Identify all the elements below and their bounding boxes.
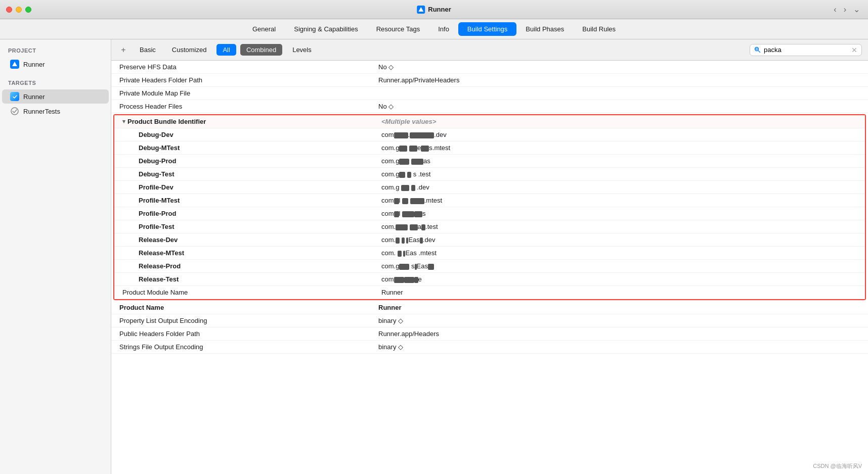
setting-value-profile-test: com. a.test	[377, 221, 865, 232]
table-row-profile-test[interactable]: Profile-Test com. a.test	[114, 220, 865, 233]
runner-target-label: Runner	[23, 93, 45, 101]
setting-name-property-list: Property List Output Encoding	[111, 315, 374, 326]
setting-value-profile-mtest: coml .mtest	[377, 195, 865, 206]
filter-bar: + Basic Customized All Combined Levels ✕	[111, 39, 868, 61]
expand-arrow-icon[interactable]: ▾	[122, 118, 125, 125]
table-row[interactable]: Private Module Map File	[111, 87, 868, 100]
table-row[interactable]: Private Headers Folder Path Runner.app/P…	[111, 74, 868, 87]
runner-target-icon	[10, 92, 19, 101]
sidebar-item-runnertests[interactable]: RunnerTests	[2, 104, 109, 118]
settings-table: Preserve HFS Data No ◇ Private Headers F…	[111, 61, 868, 474]
setting-value-debug-dev: com..dev	[377, 129, 865, 140]
setting-name-release-dev: Release-Dev	[114, 234, 377, 245]
setting-value	[374, 92, 868, 95]
setting-value-release-dev: com. Eas.dev	[377, 234, 865, 245]
watermark: CSDN @临海听风V	[813, 462, 862, 470]
setting-value-product-bundle: <Multiple values>	[377, 116, 865, 127]
filter-all-button[interactable]: All	[216, 44, 236, 56]
setting-name-profile-mtest: Profile-MTest	[114, 195, 377, 206]
setting-name-product-name: Product Name	[111, 302, 374, 313]
setting-name-debug-mtest: Debug-MTest	[114, 143, 377, 153]
setting-name-public-headers: Public Headers Folder Path	[111, 328, 374, 339]
tab-bar: General Signing & Capabilities Resource …	[0, 19, 868, 39]
setting-name-debug-dev: Debug-Dev	[114, 129, 377, 140]
filter-basic-button[interactable]: Basic	[134, 44, 162, 56]
setting-name-product-module: Product Module Name	[114, 287, 377, 298]
setting-name-debug-test: Debug-Test	[114, 169, 377, 179]
setting-value-debug-prod: com.g as	[377, 156, 865, 166]
search-container: ✕	[750, 44, 862, 56]
table-row-debug-dev[interactable]: Debug-Dev com..dev	[114, 128, 865, 141]
setting-name-profile-test: Profile-Test	[114, 221, 377, 232]
table-row-public-headers[interactable]: Public Headers Folder Path Runner.app/He…	[111, 327, 868, 341]
setting-name-debug-prod: Debug-Prod	[114, 156, 377, 166]
project-runner-label: Runner	[23, 61, 45, 68]
table-row-product-bundle-header[interactable]: ▾ Product Bundle Identifier <Multiple va…	[114, 115, 865, 128]
table-row-release-mtest[interactable]: Release-MTest com. Eas .mtest	[114, 247, 865, 260]
back-button[interactable]: ‹	[832, 4, 838, 15]
setting-name-release-prod: Release-Prod	[114, 261, 377, 271]
sidebar-item-runner-target[interactable]: Runner	[2, 89, 109, 104]
table-row-debug-mtest[interactable]: Debug-MTest com.g es.mtest	[114, 141, 865, 155]
setting-value-debug-test: com.g s .test	[377, 169, 865, 179]
setting-name-profile-prod: Profile-Prod	[114, 208, 377, 219]
project-app-icon	[10, 60, 19, 69]
table-row-debug-prod[interactable]: Debug-Prod com.g as	[114, 155, 865, 168]
tab-general[interactable]: General	[243, 22, 285, 36]
table-row-product-name[interactable]: Product Name Runner	[111, 301, 868, 314]
maximize-button[interactable]	[25, 7, 31, 13]
table-row-product-module-name[interactable]: Product Module Name Runner	[114, 286, 865, 299]
setting-name-release-mtest: Release-MTest	[114, 248, 377, 258]
table-row-release-test[interactable]: Release-Test come	[114, 273, 865, 286]
filter-combined-button[interactable]: Combined	[240, 44, 282, 56]
setting-name: Private Headers Folder Path	[111, 75, 374, 85]
setting-value-release-prod: com.g sEas	[377, 261, 865, 271]
table-row-release-dev[interactable]: Release-Dev com. Eas.dev	[114, 233, 865, 247]
table-row[interactable]: Preserve HFS Data No ◇	[111, 61, 868, 74]
table-row-debug-test[interactable]: Debug-Test com.g s .test	[114, 168, 865, 181]
table-row-profile-prod[interactable]: Profile-Prod coml s	[114, 207, 865, 220]
search-filter-icon[interactable]	[754, 46, 761, 54]
setting-value-product-module: Runner	[377, 287, 865, 298]
titlebar-controls: ‹ › ⌄	[832, 4, 862, 15]
table-row-strings-file[interactable]: Strings File Output Encoding binary ◇	[111, 341, 868, 354]
app-icon	[417, 6, 425, 14]
sidebar-item-project-runner[interactable]: Runner	[2, 57, 109, 71]
table-row[interactable]: Process Header Files No ◇	[111, 100, 868, 113]
setting-name-release-test: Release-Test	[114, 274, 377, 285]
setting-value-product-name: Runner	[374, 302, 868, 313]
setting-name-profile-dev: Profile-Dev	[114, 182, 377, 193]
svg-point-1	[755, 47, 759, 51]
setting-value-release-mtest: com. Eas .mtest	[377, 248, 865, 258]
highlight-box: ▾ Product Bundle Identifier <Multiple va…	[113, 114, 866, 300]
tab-info[interactable]: Info	[429, 22, 458, 36]
tab-build-settings[interactable]: Build Settings	[458, 22, 517, 36]
setting-name: Process Header Files	[111, 101, 374, 112]
search-clear-button[interactable]: ✕	[851, 46, 857, 54]
table-row-property-list[interactable]: Property List Output Encoding binary ◇	[111, 314, 868, 327]
setting-name: Private Module Map File	[111, 88, 374, 99]
table-row-profile-dev[interactable]: Profile-Dev com.g .dev	[114, 181, 865, 194]
table-row-release-prod[interactable]: Release-Prod com.g sEas	[114, 260, 865, 273]
add-setting-button[interactable]: +	[117, 44, 129, 56]
filter-customized-button[interactable]: Customized	[166, 44, 213, 56]
filter-levels-button[interactable]: Levels	[286, 44, 318, 56]
tab-resource-tags[interactable]: Resource Tags	[367, 22, 429, 36]
setting-value-profile-prod: coml s	[377, 208, 865, 219]
forward-button[interactable]: ›	[842, 4, 848, 15]
chevron-button[interactable]: ⌄	[851, 4, 862, 15]
setting-value-public-headers: Runner.app/Headers	[374, 328, 868, 339]
tab-signing[interactable]: Signing & Capabilities	[285, 22, 367, 36]
search-input[interactable]	[764, 46, 849, 54]
minimize-button[interactable]	[16, 7, 22, 13]
close-button[interactable]	[6, 7, 12, 13]
tab-build-rules[interactable]: Build Rules	[573, 22, 625, 36]
table-row-profile-mtest[interactable]: Profile-MTest coml .mtest	[114, 194, 865, 207]
sidebar-gap	[0, 72, 111, 80]
tab-build-phases[interactable]: Build Phases	[516, 22, 573, 36]
project-section-label: PROJECT	[0, 48, 111, 57]
svg-point-0	[11, 108, 18, 115]
sidebar: PROJECT Runner TARGETS Runner RunnerTest…	[0, 39, 111, 474]
setting-name: Preserve HFS Data	[111, 62, 374, 72]
setting-value: No ◇	[374, 101, 868, 112]
